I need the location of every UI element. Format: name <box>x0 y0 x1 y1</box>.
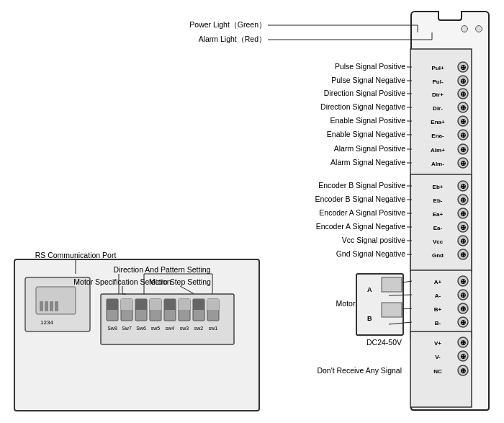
svg-text:B-: B- <box>435 320 441 326</box>
svg-text:⊕: ⊕ <box>460 352 466 360</box>
svg-text:A: A <box>367 286 372 293</box>
svg-text:⊕: ⊕ <box>460 131 466 139</box>
svg-text:⊕: ⊕ <box>460 104 466 112</box>
alarm-light-label: Alarm Light（Red） <box>199 35 266 43</box>
svg-text:Ena-: Ena- <box>431 133 444 139</box>
main-diagram: Power Light（Green） Alarm Light（Red） Puls… <box>0 0 504 423</box>
svg-text:Direction Signal Positive: Direction Signal Positive <box>324 89 405 97</box>
svg-rect-113 <box>40 301 43 311</box>
svg-text:⊕: ⊕ <box>460 339 466 347</box>
svg-rect-129 <box>135 299 147 310</box>
svg-text:Ea+: Ea+ <box>433 211 444 218</box>
svg-text:Alm-: Alm- <box>431 161 444 167</box>
svg-text:⊕: ⊕ <box>460 63 466 71</box>
svg-text:B+: B+ <box>434 306 442 313</box>
svg-text:⊕: ⊕ <box>460 291 466 299</box>
svg-text:Pul-: Pul- <box>432 79 443 85</box>
svg-text:Alm+: Alm+ <box>431 147 445 153</box>
svg-text:Direction And Pattern Setting: Direction And Pattern Setting <box>114 265 211 274</box>
svg-text:⊕: ⊕ <box>460 319 466 326</box>
svg-text:A+: A+ <box>434 279 442 285</box>
svg-text:Enable Signal Negative: Enable Signal Negative <box>327 130 405 138</box>
svg-text:sw1: sw1 <box>209 326 218 331</box>
svg-text:Direction Signal Negative: Direction Signal Negative <box>320 102 405 111</box>
svg-text:Ena+: Ena+ <box>431 119 445 125</box>
svg-rect-116 <box>55 301 58 311</box>
svg-text:1234: 1234 <box>40 319 53 326</box>
svg-text:⊕: ⊕ <box>460 305 466 313</box>
svg-text:sw5: sw5 <box>151 326 161 331</box>
svg-text:Enable Signal Positive: Enable Signal Positive <box>330 116 406 125</box>
svg-text:⊕: ⊕ <box>460 251 466 259</box>
svg-text:⊕: ⊕ <box>460 367 466 375</box>
svg-text:Sw8: Sw8 <box>107 326 117 331</box>
svg-text:B: B <box>367 315 372 322</box>
svg-text:Encoder A Signal Negative: Encoder A Signal Negative <box>316 222 405 231</box>
svg-rect-127 <box>121 299 132 310</box>
svg-text:⊕: ⊕ <box>460 182 466 190</box>
svg-text:Dir+: Dir+ <box>432 92 444 98</box>
svg-text:Micro Step Setting: Micro Step Setting <box>149 277 211 286</box>
svg-text:Dir-: Dir- <box>433 105 443 112</box>
svg-text:Pulse Signal Negative: Pulse Signal Negative <box>331 76 405 84</box>
svg-rect-139 <box>207 299 219 310</box>
svg-text:DC24-50V: DC24-50V <box>366 338 402 347</box>
svg-rect-115 <box>50 301 53 311</box>
svg-text:Vcc Signal positive: Vcc Signal positive <box>342 236 405 244</box>
svg-text:NC: NC <box>433 368 442 375</box>
svg-text:⊕: ⊕ <box>460 223 466 231</box>
svg-text:⊕: ⊕ <box>460 159 466 167</box>
svg-text:RS Communication Port: RS Communication Port <box>35 251 117 259</box>
svg-text:Sw7: Sw7 <box>122 326 132 331</box>
svg-text:Motor: Motor <box>336 299 356 308</box>
svg-text:Eb-: Eb- <box>433 197 443 204</box>
svg-text:Ea-: Ea- <box>433 225 443 231</box>
svg-text:⊕: ⊕ <box>460 90 466 98</box>
svg-rect-106 <box>382 303 402 317</box>
svg-text:⊕: ⊕ <box>460 237 466 245</box>
svg-text:sw2: sw2 <box>194 326 204 331</box>
svg-rect-133 <box>164 299 176 310</box>
svg-text:⊕: ⊕ <box>460 117 466 125</box>
svg-text:Alarm Signal Negative: Alarm Signal Negative <box>330 158 405 166</box>
svg-text:Vcc: Vcc <box>433 239 444 245</box>
svg-text:Don't Receive Any Signal: Don't Receive Any Signal <box>317 366 402 375</box>
svg-text:⊕: ⊕ <box>460 277 466 285</box>
svg-text:V-: V- <box>435 354 441 360</box>
svg-text:⊕: ⊕ <box>460 77 466 85</box>
svg-text:⊕: ⊕ <box>460 146 466 153</box>
svg-text:Gnd Signal Negative: Gnd Signal Negative <box>336 249 405 258</box>
svg-text:⊕: ⊕ <box>460 196 466 204</box>
svg-text:Encoder B Signal Negative: Encoder B Signal Negative <box>315 195 406 203</box>
svg-text:Sw6: Sw6 <box>136 326 146 331</box>
svg-text:sw3: sw3 <box>180 326 189 331</box>
svg-text:⊕: ⊕ <box>460 210 466 218</box>
power-light-label: Power Light（Green） <box>189 20 266 29</box>
svg-text:Pul+: Pul+ <box>431 65 444 71</box>
svg-rect-114 <box>45 301 48 311</box>
svg-text:Encoder A Signal Positive: Encoder A Signal Positive <box>319 208 405 217</box>
svg-rect-125 <box>107 299 118 310</box>
svg-rect-137 <box>193 299 204 310</box>
svg-text:A-: A- <box>435 293 441 299</box>
svg-text:V+: V+ <box>434 340 441 347</box>
svg-text:Gnd: Gnd <box>432 252 444 259</box>
svg-text:Eb+: Eb+ <box>433 184 444 190</box>
svg-rect-131 <box>150 299 161 310</box>
svg-rect-135 <box>179 299 190 310</box>
svg-text:Pulse Signal Positive: Pulse Signal Positive <box>335 62 405 71</box>
svg-rect-105 <box>382 277 402 292</box>
svg-text:sw4: sw4 <box>166 326 175 331</box>
diagram-svg: Power Light（Green） Alarm Light（Red） Puls… <box>0 0 504 423</box>
svg-text:Encoder B Signal Positive: Encoder B Signal Positive <box>318 181 405 190</box>
svg-text:Alarm Signal Positive: Alarm Signal Positive <box>334 144 405 153</box>
